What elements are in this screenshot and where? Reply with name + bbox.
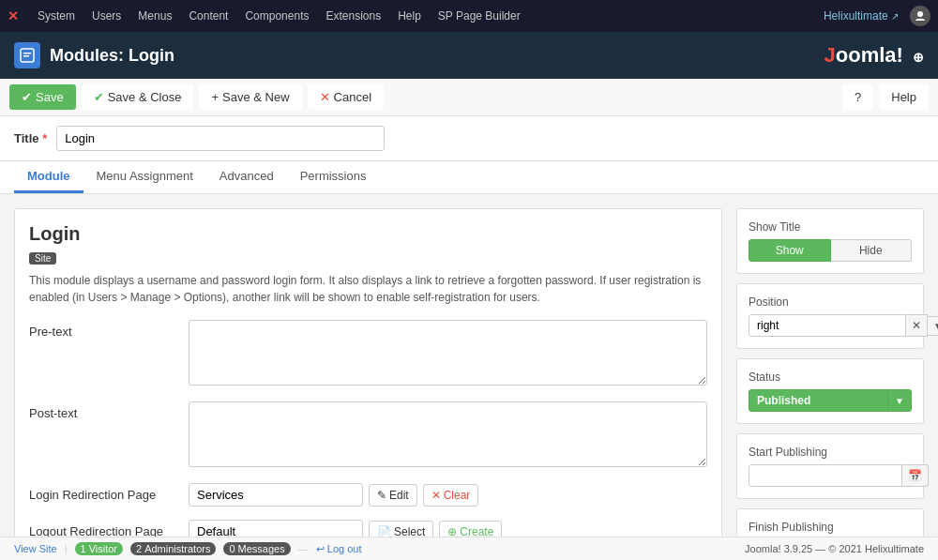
save-icon: ✔ bbox=[22, 90, 32, 104]
admin-badge[interactable]: 2 Administrators bbox=[130, 542, 216, 555]
save-button[interactable]: ✔ Save bbox=[9, 84, 76, 110]
finish-publishing-label: Finish Publishing bbox=[749, 521, 912, 534]
right-panel: Show Title Show Hide Position ✕ ▼ Status… bbox=[736, 208, 924, 560]
top-navbar: ✕ System Users Menus Content Components … bbox=[0, 0, 938, 32]
tab-advanced[interactable]: Advanced bbox=[206, 161, 287, 193]
edit-icon: ✎ bbox=[377, 489, 386, 502]
svg-rect-2 bbox=[23, 53, 31, 54]
tabs: Module Menu Assignment Advanced Permissi… bbox=[0, 161, 938, 194]
joomla-x-icon[interactable]: ✕ bbox=[8, 8, 19, 23]
help-button[interactable]: Help bbox=[879, 84, 929, 110]
cancel-icon: ✕ bbox=[320, 90, 330, 104]
status-value: Published bbox=[749, 390, 887, 411]
login-redirect-inputs: ✎ Edit ✕ Clear bbox=[189, 483, 707, 507]
required-star: * bbox=[42, 131, 47, 145]
nav-items: System Users Menus Content Components Ex… bbox=[30, 6, 824, 26]
start-publishing-input[interactable] bbox=[749, 464, 902, 487]
start-publishing-section: Start Publishing 📅 bbox=[736, 433, 924, 499]
post-text-label: Post-text bbox=[29, 401, 179, 420]
show-title-label: Show Title bbox=[749, 220, 912, 234]
nav-users[interactable]: Users bbox=[84, 6, 129, 26]
hide-button[interactable]: Hide bbox=[831, 239, 913, 262]
topnav-right: Helixultimate ↗ bbox=[824, 6, 930, 26]
toolbar: ✔ Save ✔ Save & Close + Save & New ✕ Can… bbox=[0, 79, 938, 116]
messages-badge[interactable]: 0 Messages bbox=[223, 542, 290, 555]
clear-icon: ✕ bbox=[431, 489, 441, 502]
left-panel: Login Site This module displays a userna… bbox=[14, 208, 722, 560]
status-section: Status Published ▼ bbox=[736, 358, 924, 424]
login-redirect-label: Login Redirection Page bbox=[29, 483, 179, 502]
nav-system[interactable]: System bbox=[30, 6, 83, 26]
post-text-row: Post-text bbox=[29, 401, 707, 470]
tab-menu-assignment[interactable]: Menu Assignment bbox=[83, 161, 206, 193]
title-row: Title * bbox=[0, 116, 938, 161]
position-clear-button[interactable]: ✕ bbox=[906, 314, 928, 337]
position-input[interactable] bbox=[749, 314, 906, 337]
site-badge: Site bbox=[29, 252, 56, 265]
save-close-button[interactable]: ✔ Save & Close bbox=[82, 84, 194, 110]
copyright-text: Joomla! 3.9.25 — © 2021 Helixultimate bbox=[745, 543, 924, 554]
svg-rect-3 bbox=[23, 55, 29, 57]
helixultimate-link[interactable]: Helixultimate ↗ bbox=[824, 9, 899, 23]
login-redirect-control: ✎ Edit ✕ Clear bbox=[189, 483, 707, 507]
position-label: Position bbox=[749, 295, 912, 309]
footer-right: Joomla! 3.9.25 — © 2021 Helixultimate bbox=[745, 543, 924, 554]
module-description: This module displays a username and pass… bbox=[29, 272, 707, 306]
header-bar: Modules: Login Joomla! ⊕ bbox=[0, 32, 938, 79]
logout-icon: ↩ bbox=[316, 543, 325, 554]
tab-module[interactable]: Module bbox=[14, 161, 83, 193]
nav-components[interactable]: Components bbox=[237, 6, 316, 26]
page-title: Modules: Login bbox=[14, 42, 174, 68]
status-dropdown[interactable]: Published ▼ bbox=[749, 389, 912, 412]
status-arrow-icon[interactable]: ▼ bbox=[887, 392, 911, 410]
view-site-link[interactable]: View Site bbox=[14, 543, 57, 554]
cancel-button[interactable]: ✕ Cancel bbox=[308, 84, 384, 110]
separator-2: — bbox=[298, 543, 309, 554]
pre-text-row: Pre-text bbox=[29, 320, 707, 388]
post-text-input[interactable] bbox=[189, 401, 707, 467]
position-section: Position ✕ ▼ bbox=[736, 283, 924, 349]
svg-point-0 bbox=[917, 11, 923, 17]
login-redirect-row: Login Redirection Page ✎ Edit ✕ Clear bbox=[29, 483, 707, 507]
nav-sp-page-builder[interactable]: SP Page Builder bbox=[431, 6, 528, 26]
question-button[interactable]: ? bbox=[842, 84, 873, 110]
module-icon bbox=[14, 42, 40, 68]
show-hide-toggle: Show Hide bbox=[749, 239, 912, 262]
show-button[interactable]: Show bbox=[749, 239, 831, 262]
save-new-button[interactable]: + Save & New bbox=[199, 84, 301, 110]
status-label: Status bbox=[749, 371, 912, 384]
nav-menus[interactable]: Menus bbox=[130, 6, 179, 26]
start-publishing-input-group: 📅 bbox=[749, 464, 912, 487]
logout-redirect-label: Logout Redirection Page bbox=[29, 520, 179, 538]
separator-1: | bbox=[65, 543, 68, 554]
title-input[interactable] bbox=[56, 126, 385, 151]
visitor-badge[interactable]: 1 Visitor bbox=[75, 542, 124, 555]
plus-icon: + bbox=[211, 90, 219, 104]
login-edit-button[interactable]: ✎ Edit bbox=[369, 484, 417, 507]
nav-help[interactable]: Help bbox=[390, 6, 429, 26]
pre-text-control bbox=[189, 320, 707, 388]
start-publishing-calendar-button[interactable]: 📅 bbox=[902, 464, 929, 487]
user-avatar[interactable] bbox=[910, 6, 930, 26]
joomla-logo: Joomla! ⊕ bbox=[825, 43, 925, 68]
tab-permissions[interactable]: Permissions bbox=[287, 161, 380, 193]
check-icon: ✔ bbox=[94, 90, 104, 104]
pre-text-input[interactable] bbox=[189, 320, 707, 386]
position-arrow-button[interactable]: ▼ bbox=[928, 316, 938, 336]
start-publishing-label: Start Publishing bbox=[749, 446, 912, 459]
nav-extensions[interactable]: Extensions bbox=[318, 6, 388, 26]
logout-link[interactable]: ↩ Log out bbox=[316, 543, 362, 555]
external-link-icon: ↗ bbox=[891, 11, 899, 22]
post-text-control bbox=[189, 401, 707, 470]
toolbar-right: ? Help bbox=[842, 84, 929, 110]
module-name: Login bbox=[29, 223, 707, 245]
footer-left: View Site | 1 Visitor 2 Administrators 0… bbox=[14, 542, 361, 555]
nav-content[interactable]: Content bbox=[181, 6, 235, 26]
show-title-section: Show Title Show Hide bbox=[736, 208, 924, 274]
login-clear-button[interactable]: ✕ Clear bbox=[423, 484, 479, 507]
login-redirect-input[interactable] bbox=[189, 483, 363, 507]
main-content: Login Site This module displays a userna… bbox=[0, 194, 938, 560]
pre-text-label: Pre-text bbox=[29, 320, 179, 339]
footer: View Site | 1 Visitor 2 Administrators 0… bbox=[0, 537, 938, 560]
title-label: Title * bbox=[14, 131, 47, 145]
